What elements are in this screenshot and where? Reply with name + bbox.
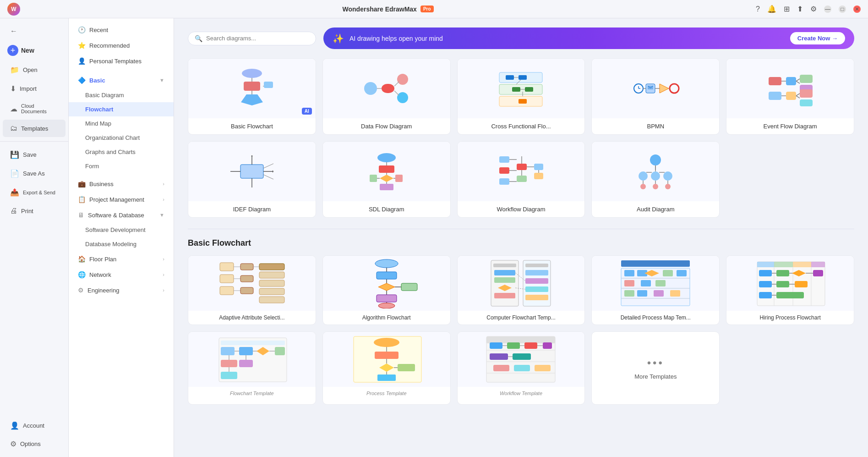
search-input[interactable] <box>206 35 309 42</box>
cat-recommended[interactable]: ⭐ Recommended <box>69 38 174 53</box>
engineering-chevron: › <box>163 287 164 293</box>
template-card-3[interactable]: Detailed Process Map Tem... <box>591 255 720 325</box>
sidebar-item-save[interactable]: 💾 Save <box>3 146 66 164</box>
minimize-button[interactable]: — <box>824 6 831 13</box>
cat-form[interactable]: Form <box>69 159 174 173</box>
svg-rect-41 <box>800 75 813 83</box>
diagram-card-idef[interactable]: IDEF Diagram <box>188 141 316 218</box>
diagram-card-workflow[interactable]: Workflow Diagram <box>457 141 585 218</box>
svg-rect-212 <box>524 342 537 349</box>
cat-network[interactable]: 🌐 Network › <box>69 267 174 282</box>
templates-icon: 🗂 <box>10 124 17 132</box>
cat-org-chart[interactable]: Organizational Chart <box>69 131 174 145</box>
cat-database[interactable]: Database Modeling <box>69 237 174 251</box>
template-card-4[interactable]: Hiring Process Flowchart <box>726 255 854 325</box>
project-chevron: › <box>163 197 164 202</box>
more-templates-card[interactable]: ••• More Templates <box>591 331 720 405</box>
settings-icon[interactable]: ⚙ <box>810 5 817 13</box>
svg-rect-38 <box>786 77 796 85</box>
import-icon: ⬇ <box>10 84 16 93</box>
app-title: Wondershare EdrawMax Pro <box>343 6 434 13</box>
svg-rect-49 <box>800 99 813 106</box>
diagram-type-grid: AI Basic Flowchart Dat <box>188 58 854 218</box>
close-button[interactable]: ✕ <box>853 6 861 13</box>
print-icon: 🖨 <box>10 207 17 215</box>
network-chevron: › <box>163 272 164 277</box>
svg-rect-20 <box>525 87 533 92</box>
diagram-card-cross-functional[interactable]: Cross Functional Flo... <box>457 58 585 135</box>
svg-rect-45 <box>786 92 796 100</box>
svg-rect-82 <box>534 173 543 179</box>
svg-rect-76 <box>517 164 527 170</box>
cloud-icon: ☁ <box>10 105 17 113</box>
svg-rect-192 <box>221 372 237 379</box>
cat-software-dev[interactable]: Software Development <box>69 223 174 237</box>
cat-recent[interactable]: 🕐 Recent <box>69 22 174 38</box>
sidebar-item-options[interactable]: ⚙ Options <box>3 435 66 453</box>
cat-project[interactable]: 📋 Project Management › <box>69 192 174 207</box>
sidebar-item-save-as[interactable]: 📄 Save As <box>3 165 66 182</box>
diagram-card-basic-flowchart[interactable]: AI Basic Flowchart <box>188 58 316 135</box>
cat-basic-diagram[interactable]: Basic Diagram <box>69 88 174 102</box>
diagram-card-sdl[interactable]: SDL Diagram <box>322 141 451 218</box>
maximize-button[interactable]: □ <box>839 6 846 13</box>
svg-rect-202 <box>377 374 396 381</box>
svg-rect-126 <box>493 264 516 267</box>
svg-rect-1 <box>244 82 260 91</box>
cat-business[interactable]: 💼 Business › <box>69 176 174 192</box>
cat-personal[interactable]: 👤 Personal Templates <box>69 53 174 69</box>
sidebar-item-cloud[interactable]: ☁ Cloud Documents <box>3 99 66 119</box>
sidebar-item-back[interactable]: ← <box>3 22 66 40</box>
template-card-2[interactable]: Computer Flowchart Temp... <box>457 255 585 325</box>
sidebar-bottom: 👤 Account ⚙ Options <box>0 416 68 453</box>
grid-icon[interactable]: ⊞ <box>784 5 790 13</box>
sidebar-item-print[interactable]: 🖨 Print <box>3 202 66 220</box>
diagram-card-label-audit: Audit Diagram <box>592 201 719 217</box>
svg-rect-210 <box>507 342 520 349</box>
diagram-card-data-flow[interactable]: Data Flow Diagram <box>322 58 451 135</box>
create-now-button[interactable]: Create Now → <box>790 32 845 44</box>
template-card-7[interactable]: Workflow Template <box>457 331 585 405</box>
save-icon: 💾 <box>10 150 19 159</box>
sidebar-item-templates[interactable]: 🗂 Templates <box>3 120 66 137</box>
sidebar-item-export[interactable]: 📤 Export & Send <box>3 183 66 201</box>
cat-floor-plan[interactable]: 🏠 Floor Plan › <box>69 251 174 267</box>
template-card-0[interactable]: Adaptive Attribute Selecti... <box>188 255 316 325</box>
upload-icon[interactable]: ⬆ <box>797 5 803 13</box>
project-icon: 📋 <box>78 196 86 203</box>
svg-rect-105 <box>240 275 253 282</box>
diagram-card-audit[interactable]: Audit Diagram <box>591 141 720 218</box>
cat-basic[interactable]: 🔷 Basic ▼ <box>69 72 174 88</box>
svg-point-29 <box>670 84 679 93</box>
cat-engineering[interactable]: ⚙ Engineering › <box>69 282 174 298</box>
svg-rect-80 <box>517 176 527 182</box>
sidebar-item-new[interactable]: + New <box>0 40 68 61</box>
new-plus-icon: + <box>7 45 18 56</box>
sidebar-item-account[interactable]: 👤 Account <box>3 417 66 435</box>
template-card-5[interactable]: Flowchart Template <box>188 331 316 405</box>
diagram-card-event-flow[interactable]: Event Flow Diagram <box>726 58 854 135</box>
svg-rect-208 <box>490 342 502 349</box>
template-card-6[interactable]: Process Template <box>322 331 451 405</box>
template-card-1[interactable]: Algorithm Flowchart <box>322 255 451 325</box>
cat-software[interactable]: 🖥 Software & Database ▼ <box>69 207 174 223</box>
svg-rect-169 <box>813 270 823 276</box>
svg-marker-55 <box>273 170 273 173</box>
search-box[interactable]: 🔍 <box>188 32 316 45</box>
diagram-card-bpmn[interactable]: BPMN <box>591 58 720 135</box>
cat-mind-map[interactable]: Mind Map <box>69 116 174 131</box>
svg-rect-200 <box>398 364 415 371</box>
sidebar-item-import[interactable]: ⬇ Import <box>3 80 66 98</box>
help-icon[interactable]: ? <box>756 5 760 13</box>
cat-graphs[interactable]: Graphs and Charts <box>69 145 174 159</box>
topbar: 🔍 ✨ AI drawing helps open your mind Crea… <box>188 28 854 49</box>
sidebar-item-open[interactable]: 📁 Open <box>3 61 66 79</box>
options-icon: ⚙ <box>10 440 16 448</box>
cat-flowchart[interactable]: Flowchart <box>69 102 174 116</box>
search-icon: 🔍 <box>195 35 202 42</box>
svg-rect-186 <box>275 347 285 355</box>
svg-rect-128 <box>494 270 515 275</box>
more-dots-icon: ••• <box>647 357 664 369</box>
bell-icon[interactable]: 🔔 <box>767 5 776 13</box>
diagram-card-label-sdl: SDL Diagram <box>323 201 450 217</box>
